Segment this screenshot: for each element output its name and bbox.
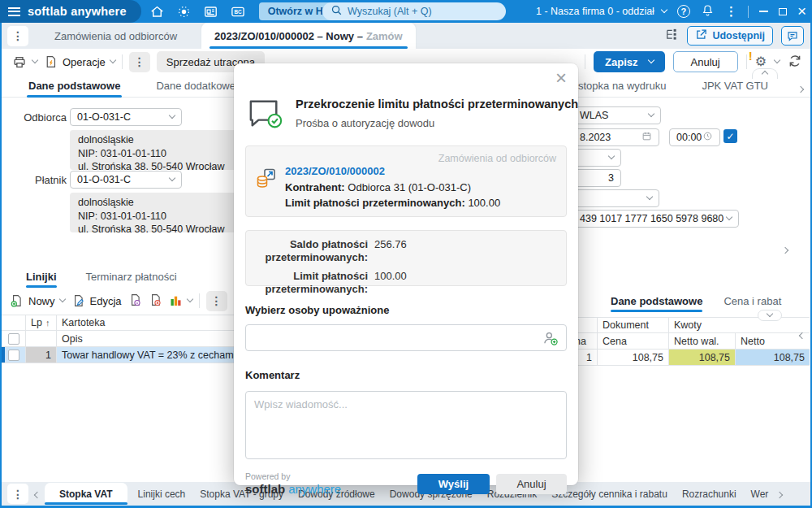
main-menu[interactable]: softlab anywhere xyxy=(0,0,141,23)
modal-close-icon[interactable]: × xyxy=(555,67,567,90)
cell-netto[interactable]: 108,75 xyxy=(735,350,810,365)
date-field[interactable]: 8.2023 xyxy=(572,128,659,146)
row-checkbox[interactable] xyxy=(8,350,19,361)
window-maximize-button[interactable] xyxy=(779,8,787,15)
tab-order-document[interactable]: 2023/ZO/010/000002 – Nowy – Zamów xyxy=(201,23,416,49)
printer-icon xyxy=(11,54,28,70)
cell-cena[interactable]: 108,75 xyxy=(597,350,668,365)
bar-chart-icon xyxy=(169,294,183,307)
limit-row: Limit płatności przeterminowanych: 100.0… xyxy=(256,270,556,296)
kebab-menu-icon[interactable]: ⋮ xyxy=(725,4,737,19)
document-tabbar: ⋮ Zamówienia od odbiorców 2023/ZO/010/00… xyxy=(0,23,812,49)
tab-linijki[interactable]: Linijki xyxy=(26,264,57,289)
window-minimize-button[interactable] xyxy=(759,11,768,12)
tabs-scroll-right-chevron[interactable] xyxy=(798,82,803,94)
refresh-icon[interactable] xyxy=(788,54,802,71)
active-tab-underline xyxy=(45,502,127,505)
bc-module-icon[interactable]: BC xyxy=(227,1,248,22)
add-person-icon[interactable] xyxy=(542,330,559,349)
tab-details-dane-podstawowe[interactable]: Dane podstawowe xyxy=(611,289,702,313)
empty-select-2[interactable] xyxy=(572,189,659,207)
authorized-people-input[interactable] xyxy=(246,325,566,350)
panel-collapse-left-chevron[interactable] xyxy=(800,328,805,341)
divider xyxy=(748,6,749,18)
header-cell-dokument[interactable]: Dokument xyxy=(597,318,668,332)
edit-line-button[interactable]: Edycja xyxy=(71,293,122,308)
print-button[interactable] xyxy=(11,54,37,70)
comment-textarea[interactable] xyxy=(245,391,567,459)
comments-button[interactable] xyxy=(781,26,804,46)
tab-list-kebab-icon[interactable]: ⋮ xyxy=(7,26,28,46)
comment-label: Komentarz xyxy=(245,369,567,381)
operations-menu-button[interactable]: Operacje xyxy=(44,54,115,69)
odbiorca-select[interactable]: 01-O-031-C xyxy=(70,108,182,126)
share-icon xyxy=(695,28,707,43)
chevron-down-icon[interactable] xyxy=(774,57,780,63)
cell-lp[interactable]: 1 xyxy=(26,347,57,363)
toolbar-kebab-icon[interactable]: ⋮ xyxy=(129,52,150,72)
search-input[interactable] xyxy=(348,6,498,17)
global-search[interactable] xyxy=(322,2,506,20)
chevron-down-icon xyxy=(169,112,175,119)
empty-select-1[interactable] xyxy=(572,149,621,167)
bottom-kebab-icon[interactable]: ⋮ xyxy=(7,484,28,504)
header-cell-kwoty[interactable]: Kwoty xyxy=(668,318,810,332)
select-all-checkbox[interactable] xyxy=(8,333,19,345)
hamburger-icon[interactable] xyxy=(8,5,20,18)
news-icon[interactable] xyxy=(201,1,222,22)
cell-netto-wal[interactable]: 108,75 xyxy=(668,350,735,365)
settings-gear-icon[interactable]: ⚙! xyxy=(755,55,767,68)
side-panel-expand-chevron[interactable] xyxy=(783,243,788,255)
divider xyxy=(746,54,747,69)
share-button[interactable]: Udostępnij xyxy=(687,26,773,46)
cancel-button[interactable]: Anuluj xyxy=(673,51,738,72)
wlas-select[interactable]: WLAS xyxy=(572,106,661,124)
powered-by-label: Powered by xyxy=(245,471,341,481)
document-number-link[interactable]: 2023/ZO/010/000002 xyxy=(285,163,500,180)
structure-tree-icon[interactable] xyxy=(664,28,679,45)
quantity-field[interactable]: 3 xyxy=(572,169,621,187)
chevron-down-icon xyxy=(767,310,773,317)
send-button[interactable]: Wyślij xyxy=(417,474,490,494)
form-tab-dane-podstawowe[interactable]: Dane podstawowe xyxy=(28,75,120,98)
time-field[interactable]: 00:00 xyxy=(669,128,720,146)
new-line-button[interactable]: Nowy xyxy=(10,293,65,308)
bottom-tab-stopka-vat[interactable]: Stopka VAT xyxy=(45,483,127,505)
bottom-tab-linijki-cech[interactable]: Linijki cech xyxy=(131,488,193,500)
form-tab-dane-dodatkowe[interactable]: Dane dodatkowe xyxy=(156,75,235,98)
date-checkbox-checked[interactable]: ✓ xyxy=(723,129,737,143)
document-info-icon[interactable] xyxy=(128,293,142,310)
bottom-tab-rozrachunki[interactable]: Rozrachunki xyxy=(675,488,744,500)
tab-terminarz-platnosci[interactable]: Terminarz płatności xyxy=(86,264,177,289)
header-cell-netto-wal[interactable]: Netto wal. xyxy=(668,333,735,349)
collapse-details-pill[interactable] xyxy=(758,310,782,321)
tabs-scroll-right-chevron[interactable] xyxy=(777,488,782,500)
company-selector[interactable]: 1 - Nasza firma 0 - oddział xyxy=(536,6,667,17)
header-cell-cena[interactable]: Cena xyxy=(597,333,668,349)
account-number-select[interactable]: 439 1017 1777 1650 5978 9680 xyxy=(572,210,739,228)
odbiorca-address-info: dolnośląskie NIP: 031-01-01-110 ul. Stro… xyxy=(70,130,253,170)
limit-label: Limit płatności przeterminowanych: xyxy=(256,270,368,296)
tab-orders-list[interactable]: Zamówienia od odbiorców xyxy=(38,30,193,42)
collapse-toolbar-pill[interactable] xyxy=(752,68,778,79)
window-close-button[interactable]: × xyxy=(797,3,806,19)
lines-kebab-icon[interactable]: ⋮ xyxy=(206,291,227,311)
save-button[interactable]: Zapisz xyxy=(594,51,664,72)
help-icon[interactable]: ? xyxy=(677,5,690,18)
window-frame-left xyxy=(0,23,2,508)
document-delete-icon[interactable] xyxy=(149,293,162,310)
chart-view-button[interactable] xyxy=(169,294,192,307)
tabs-scroll-left-chevron[interactable] xyxy=(35,488,40,500)
platnik-select[interactable]: 01-O-031-C xyxy=(70,171,182,189)
notifications-bell-icon[interactable] xyxy=(701,3,715,20)
kontrahent-line: Kontrahent: Odbiorca 31 (01-O-031-C) xyxy=(285,180,500,196)
theme-brightness-icon[interactable] xyxy=(174,1,195,22)
home-icon[interactable] xyxy=(147,1,168,22)
authorized-people-field[interactable] xyxy=(245,324,567,351)
bottom-tab-wersje[interactable]: Wer xyxy=(744,488,776,500)
new-label: Nowy xyxy=(28,295,55,307)
modal-cancel-button[interactable]: Anuluj xyxy=(496,474,567,494)
header-cell-lp[interactable]: Lp↑ xyxy=(26,315,57,330)
topbar-right: 1 - Nasza firma 0 - oddział ? ⋮ × xyxy=(536,0,806,23)
document-edit-icon xyxy=(71,293,85,308)
